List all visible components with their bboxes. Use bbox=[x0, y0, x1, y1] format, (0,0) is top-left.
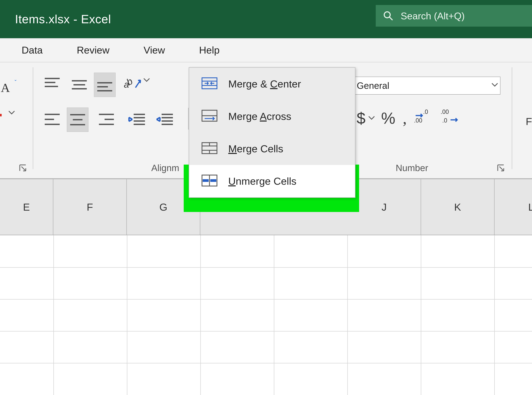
merge-cells-icon bbox=[202, 142, 217, 155]
decrease-indent-button[interactable] bbox=[127, 109, 148, 130]
number-dialog-launcher[interactable] bbox=[497, 164, 505, 172]
chevron-down-icon bbox=[492, 83, 498, 87]
cell-grid[interactable] bbox=[0, 235, 532, 395]
font-color-indicator bbox=[0, 114, 2, 116]
search-box[interactable]: Search (Alt+Q) bbox=[376, 5, 532, 27]
menu-label: Unmerge Cells bbox=[228, 175, 296, 187]
align-middle-button[interactable] bbox=[68, 74, 90, 95]
chevron-down-icon bbox=[369, 116, 374, 120]
align-left-button[interactable] bbox=[41, 109, 63, 130]
tab-review[interactable]: Review bbox=[77, 44, 110, 56]
increase-indent-button[interactable] bbox=[155, 109, 176, 130]
comma-format-button[interactable]: ‚ bbox=[402, 109, 407, 127]
grow-font-button[interactable]: Aˇ bbox=[1, 81, 10, 95]
percent-format-button[interactable]: % bbox=[381, 109, 395, 127]
search-icon bbox=[383, 11, 393, 21]
group-divider bbox=[512, 67, 512, 169]
title-bar: Items.xlsx - Excel Search (Alt+Q) bbox=[0, 0, 532, 38]
tab-data[interactable]: Data bbox=[22, 44, 43, 56]
menu-unmerge-cells[interactable]: Unmerge Cells bbox=[189, 165, 355, 197]
decrease-decimal-button[interactable] bbox=[441, 109, 461, 127]
number-format-select[interactable]: General bbox=[353, 77, 500, 95]
number-group-label: Number bbox=[396, 163, 428, 173]
orientation-button[interactable] bbox=[125, 74, 158, 95]
unmerge-cells-icon bbox=[202, 175, 217, 188]
col-header-f[interactable]: F bbox=[53, 179, 127, 235]
increase-decimal-button[interactable] bbox=[414, 109, 434, 127]
merge-center-icon bbox=[202, 77, 217, 90]
group-divider bbox=[33, 67, 33, 169]
ribbon-tabs: Data Review View Help bbox=[0, 38, 532, 62]
alignment-group-label: Alignm bbox=[151, 163, 179, 173]
merge-across-icon bbox=[202, 110, 217, 123]
svg-line-26 bbox=[389, 17, 393, 20]
font-color-dropdown[interactable] bbox=[9, 111, 14, 115]
align-right-button[interactable] bbox=[96, 109, 117, 130]
col-header-k[interactable]: K bbox=[421, 179, 495, 235]
menu-label: Merge Cells bbox=[228, 143, 283, 155]
format-group-fragment: F bbox=[526, 115, 532, 127]
font-dialog-launcher[interactable] bbox=[19, 164, 27, 172]
search-placeholder: Search (Alt+Q) bbox=[401, 10, 465, 22]
align-bottom-button[interactable] bbox=[94, 73, 115, 97]
app-title: Items.xlsx - Excel bbox=[15, 12, 111, 26]
number-buttons: $ % ‚ bbox=[356, 109, 461, 127]
align-center-button[interactable] bbox=[67, 108, 88, 132]
merge-dropdown-menu: Merge & Center Merge Across Merge Cells … bbox=[189, 67, 356, 198]
menu-merge-center[interactable]: Merge & Center bbox=[189, 68, 355, 100]
tab-view[interactable]: View bbox=[143, 44, 165, 56]
number-format-value: General bbox=[357, 80, 389, 91]
menu-label: Merge & Center bbox=[228, 78, 301, 90]
col-header-l[interactable]: L bbox=[495, 179, 532, 235]
tab-help[interactable]: Help bbox=[199, 44, 219, 56]
menu-merge-across[interactable]: Merge Across bbox=[189, 100, 355, 132]
svg-point-25 bbox=[384, 12, 390, 18]
align-top-button[interactable] bbox=[41, 74, 63, 95]
menu-label: Merge Across bbox=[228, 110, 291, 122]
menu-merge-cells[interactable]: Merge Cells bbox=[189, 132, 355, 165]
accounting-format-button[interactable]: $ bbox=[356, 109, 374, 127]
col-header-e[interactable]: E bbox=[0, 179, 53, 235]
